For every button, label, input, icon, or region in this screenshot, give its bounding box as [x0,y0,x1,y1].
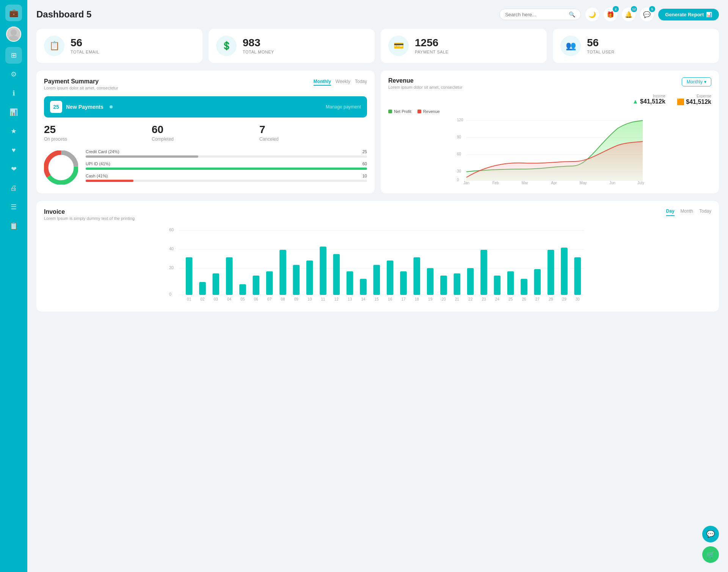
email-label: TOTAL EMAIL [71,50,99,54]
x-label-02: 02 [200,297,205,301]
sidebar-logo: 💼 [5,5,22,21]
sidebar-item-heart[interactable]: ♥ [5,142,22,158]
user-label: TOTAL USER [587,50,615,54]
svg-text:Jun: Jun [609,181,615,185]
x-label-27: 27 [535,297,540,301]
progress-item-cash: Cash (41%) 10 [86,174,367,182]
sidebar-item-print[interactable]: 🖨 [5,180,22,196]
x-label-12: 12 [334,297,339,301]
svg-text:July: July [637,181,644,185]
payment-label: PAYMENT SALE [415,50,449,54]
progress-item-credit: Credit Card (24%) 25 [86,149,367,158]
fab-cart[interactable]: 🛒 [702,546,719,563]
sidebar-item-analytics[interactable]: 📊 [5,104,22,121]
bar-20 [440,276,447,295]
metrics-row: 25 On process 60 Completed 7 Canceled [44,124,367,142]
x-label-04: 04 [227,297,232,301]
sidebar-item-info[interactable]: ℹ [5,85,22,102]
x-label-01: 01 [187,297,191,301]
stat-info-email: 56 TOTAL EMAIL [71,38,99,54]
invoice-tab-month[interactable]: Month [681,208,693,216]
on-process-label: On process [44,136,152,142]
bar-28 [548,250,554,295]
svg-text:90: 90 [457,135,461,139]
stat-card-user: 👥 56 TOTAL USER [553,29,719,63]
payment-summary-titles: Payment Summary Lorem ipsum dolor sit am… [44,78,118,90]
svg-text:120: 120 [457,118,463,122]
revenue-chart: 120 90 60 30 0 [388,117,711,185]
sidebar-item-star[interactable]: ★ [5,123,22,139]
search-box[interactable]: 🔍 [499,9,581,20]
manage-payment-link[interactable]: Manage payment [326,104,361,110]
sidebar-item-heart2[interactable]: ❤ [5,161,22,177]
on-process-number: 25 [44,124,152,136]
stat-card-email: 📋 56 TOTAL EMAIL [36,29,202,63]
tab-monthly[interactable]: Monthly [314,78,331,86]
donut-chart [44,150,78,185]
expense-item: Expense 🟧 $41,512k [677,94,711,105]
bell-button[interactable]: 🔔 12 [622,8,635,21]
revenue-card: Revenue Lorem ipsum dolor sit amet, cons… [381,71,719,193]
income-amount: ▲ $41,512k [632,98,665,105]
tab-today[interactable]: Today [355,78,367,86]
sidebar-item-list[interactable]: 📋 [5,218,22,234]
header: Dashboard 5 🔍 🌙 🎁 2 🔔 12 💬 5 Generate Re… [36,8,719,21]
bar-29 [561,248,568,295]
progress-item-upi: UPI ID (41%) 60 [86,161,367,170]
metric-completed: 60 Completed [152,124,259,142]
fab-support[interactable]: 💬 [702,526,719,542]
x-label-29: 29 [562,297,566,301]
x-label-19: 19 [428,297,433,301]
svg-text:Feb: Feb [492,181,499,185]
x-label-18: 18 [415,297,419,301]
x-label-23: 23 [482,297,486,301]
x-label-25: 25 [508,297,513,301]
money-label: TOTAL MONEY [243,50,274,54]
tab-weekly[interactable]: Weekly [336,78,350,86]
x-label-24: 24 [495,297,500,301]
avatar[interactable] [6,27,21,42]
stat-info-payment: 1256 PAYMENT SALE [415,38,449,54]
chat-button[interactable]: 💬 5 [640,8,654,21]
canceled-label: Canceled [259,136,367,142]
sidebar-item-settings[interactable]: ⚙ [5,66,22,83]
bar-25 [507,271,514,295]
x-label-22: 22 [468,297,473,301]
bar-22 [467,268,474,295]
x-label-21: 21 [455,297,460,301]
bar-23 [480,250,487,295]
bar-01 [186,257,193,295]
revenue-filter-button[interactable]: Monthly ▾ [682,77,711,86]
bar-14 [360,279,367,295]
svg-text:30: 30 [457,169,461,173]
bar-24 [494,276,501,295]
x-label-10: 10 [308,297,312,301]
gift-button[interactable]: 🎁 2 [604,8,617,21]
income-label: Income [632,94,665,98]
bar-26 [521,279,527,295]
legend-dot-revenue [417,110,421,113]
svg-point-1 [9,36,18,41]
progress-list: Credit Card (24%) 25 UPI ID (41%) 60 [86,149,367,186]
generate-report-button[interactable]: Generate Report 📊 [658,9,719,20]
invoice-tab-today[interactable]: Today [699,208,711,216]
search-input[interactable] [505,12,566,17]
svg-point-0 [11,29,17,35]
x-label-11: 11 [321,297,325,301]
progress-label-upi: UPI ID (41%) 60 [86,161,367,166]
legend-net-profit: Net Profit [388,109,411,114]
sidebar-item-dashboard[interactable]: ⊞ [5,47,22,64]
payment-number: 1256 [415,38,449,48]
sidebar-item-menu[interactable]: ☰ [5,199,22,215]
money-icon: 💲 [216,36,237,56]
canceled-number: 7 [259,124,367,136]
invoice-title: Invoice [44,208,135,215]
x-label-14: 14 [361,297,366,301]
theme-toggle-button[interactable]: 🌙 [585,8,599,21]
bar-07 [266,271,273,295]
svg-text:60: 60 [457,152,461,156]
invoice-titles: Invoice Lorem Ipsum is simply dummy text… [44,208,135,221]
invoice-subtitle: Lorem Ipsum is simply dummy text of the … [44,216,135,221]
invoice-tab-day[interactable]: Day [666,208,675,216]
x-label-15: 15 [375,297,379,301]
